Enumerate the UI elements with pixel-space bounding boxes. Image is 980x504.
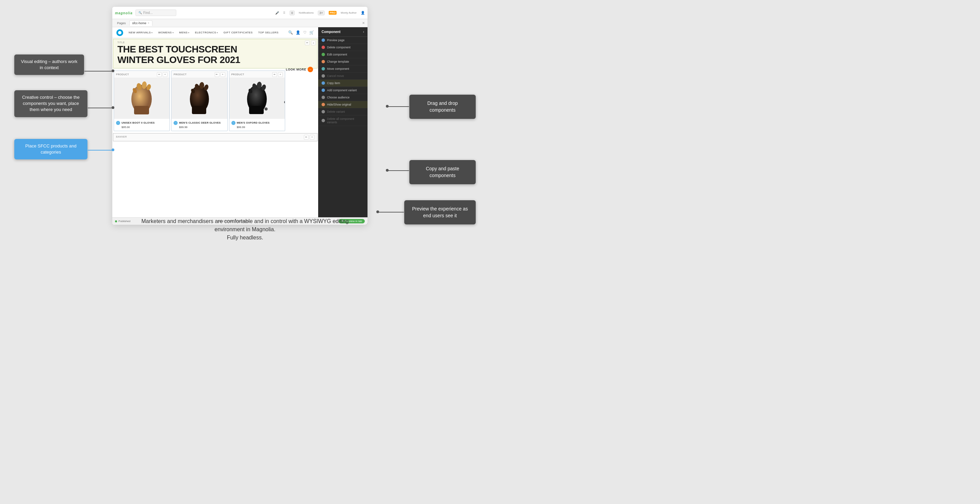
product1-edit-icon[interactable]: ✏ (157, 72, 162, 77)
product2-arrow-icon: → (173, 121, 178, 125)
menu-choose-audience[interactable]: Choose audience (318, 94, 368, 101)
nav-womens[interactable]: WOMENS ▾ (158, 31, 173, 34)
product3-image (229, 78, 285, 119)
preview-dot (376, 211, 379, 213)
heart-icon[interactable]: ♡ (303, 30, 307, 35)
svg-point-18 (265, 108, 267, 110)
product3-arrow-icon: → (231, 121, 235, 125)
place-sfcc-annotation: Place SFCC products and categories (14, 139, 88, 159)
menu-change-template[interactable]: Change template (318, 58, 368, 65)
drag-drop-dot (386, 105, 388, 108)
product-card-3: PRODUCT ✏ + (229, 70, 285, 131)
hide-show-icon (321, 103, 325, 106)
store-nav: NEW ARRIVALS ▾ WOMENS ▾ MENS ▾ ELECTRONI… (112, 27, 318, 38)
edit-pencil-icon[interactable]: ✏ (305, 40, 310, 45)
menu-delete-component[interactable]: Delete component (318, 44, 368, 51)
bottom-text-line2: Fully headless. (227, 234, 263, 241)
pages-label: Pages (115, 21, 128, 26)
component-panel-header: Component › (318, 27, 368, 37)
menu-move-component[interactable]: Move component (318, 65, 368, 73)
store-content: NEW ARRIVALS ▾ WOMENS ▾ MENS ▾ ELECTRONI… (112, 27, 368, 225)
hero-section: TITLE THE BEST TOUCHSCREEN WINTER GLOVES… (113, 39, 318, 69)
nav-new-arrivals[interactable]: NEW ARRIVALS ▾ (129, 31, 153, 34)
menu-delete-variant: Delete variant (318, 108, 368, 115)
product2-edit-icon[interactable]: ✏ (215, 72, 220, 77)
component-chevron-icon[interactable]: › (363, 30, 364, 34)
menu-edit-component[interactable]: Edit component (318, 51, 368, 58)
search-icon[interactable]: 🔍 (288, 30, 293, 35)
nav-mens[interactable]: MENS ▾ (179, 31, 189, 34)
nav-electronics[interactable]: ELECTRONICS ▾ (195, 31, 218, 34)
menu-hide-show[interactable]: Hide/Show original (318, 101, 368, 108)
banner-section: BANNER ✏ + (113, 133, 318, 141)
svg-rect-13 (249, 106, 264, 114)
user-icon[interactable]: 👤 (296, 30, 301, 35)
product3-add-icon[interactable]: + (278, 72, 283, 77)
creative-control-annotation: Creative control – choose the components… (14, 90, 88, 117)
nav-icons: 🔍 👤 ♡ 🛒 (288, 30, 314, 35)
add-variant-icon (321, 89, 325, 92)
creative-control-text: Creative control – choose the components… (22, 95, 80, 112)
product2-image (172, 78, 227, 119)
published-dot (115, 220, 117, 222)
menu-copy-item[interactable]: Copy item (318, 80, 368, 87)
product-card-2: PRODUCT ✏ + (171, 70, 227, 131)
store-main: NEW ARRIVALS ▾ WOMENS ▾ MENS ▾ ELECTRONI… (112, 27, 318, 225)
hero-edit-icons: ✏ + (305, 40, 316, 45)
product2-name: MEN'S CLASSIC DEER GLOVES (179, 121, 221, 124)
delete-component-icon (321, 46, 325, 49)
cart-icon[interactable]: 🛒 (309, 30, 314, 35)
component-sidebar: Component › Preview page Delete componen… (318, 27, 368, 225)
search-placeholder: Find... (143, 11, 153, 14)
chevron-icon: ▾ (151, 31, 153, 34)
chevron-icon: ▾ (188, 31, 189, 34)
main-container: magnolia 🔍 Find... 🎤 ⠿ 0 Notifications 3… (0, 0, 490, 252)
menu-preview-page[interactable]: Preview page (318, 37, 368, 44)
copy-paste-line (387, 170, 409, 171)
product1-price: $95.00 (121, 126, 167, 129)
product2-price: $99.99 (179, 126, 225, 129)
copy-paste-dot (386, 169, 388, 172)
tab-bar: Pages sfcc-home × ✕ (112, 19, 368, 27)
edit-plus-icon[interactable]: + (311, 40, 316, 45)
active-tab[interactable]: sfcc-home × (129, 21, 153, 26)
nav-gift-certificates[interactable]: GIFT CERTIFICATES (224, 31, 253, 34)
banner-edit-icon[interactable]: ✏ (304, 135, 309, 140)
banner-label: BANNER (116, 136, 127, 138)
hero-title-line2: WINTER GLOVES FOR 2021 (118, 54, 240, 65)
tab-close-icon[interactable]: × (148, 21, 150, 24)
chevron-icon: ▾ (217, 31, 218, 34)
delete-variant-icon (321, 110, 325, 113)
copy-item-icon (321, 81, 325, 85)
sfcc-dot (111, 148, 115, 151)
product-card-3-header: PRODUCT ✏ + (229, 71, 285, 78)
browser-mockup: magnolia 🔍 Find... 🎤 ⠿ 0 Notifications 3… (112, 7, 368, 225)
menu-add-variant[interactable]: Add component variant (318, 87, 368, 94)
visual-editing-text: Visual editing – authors work in context (21, 59, 78, 70)
product3-price: $99.99 (237, 126, 283, 129)
product1-arrow-icon: → (116, 121, 120, 125)
product-card-1-header: PRODUCT ✏ + (114, 71, 169, 78)
product2-add-icon[interactable]: + (221, 72, 225, 77)
product1-add-icon[interactable]: + (163, 72, 167, 77)
product3-info: → MEN'S OXFORD GLOVES $99.99 (229, 119, 285, 131)
preview-line (377, 212, 404, 212)
preview-page-icon (321, 38, 325, 42)
cancel-move-icon (321, 74, 325, 78)
product1-image (114, 78, 169, 119)
product-card-1: PRODUCT ✏ + (114, 70, 170, 131)
nav-top-sellers[interactable]: TOP SELLERS (258, 31, 279, 34)
bottom-description: Marketers and merchandisers are comforta… (126, 217, 364, 242)
product3-edit-icon[interactable]: ✏ (272, 72, 277, 77)
move-component-icon (321, 67, 325, 70)
component-title: Component (321, 30, 340, 34)
svg-rect-1 (134, 106, 149, 115)
hero-title: THE BEST TOUCHSCREEN WINTER GLOVES FOR 2… (118, 44, 313, 65)
sfcc-line (88, 150, 113, 150)
place-sfcc-text: Place SFCC products and categories (25, 144, 76, 155)
menu-delete-all-variants: Delete all component variants (318, 115, 368, 126)
browser-close-icon[interactable]: ✕ (362, 21, 365, 25)
banner-add-icon[interactable]: + (310, 135, 314, 140)
magnolia-search[interactable]: 🔍 Find... (135, 10, 176, 16)
product3-name: MEN'S OXFORD GLOVES (237, 121, 270, 124)
